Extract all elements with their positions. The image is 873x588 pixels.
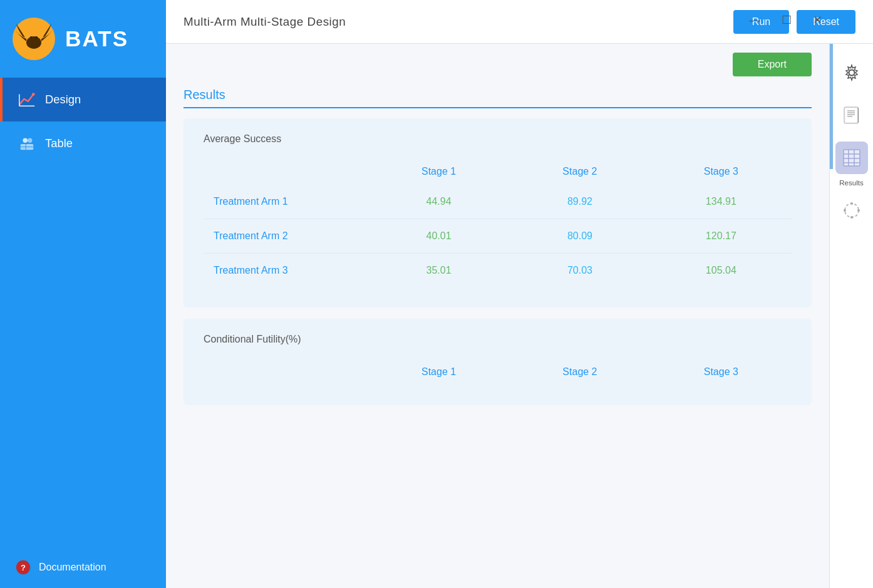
average-success-card: Average Success Stage 1 Stage 2 Stage 3	[183, 118, 812, 307]
design-icon	[18, 90, 36, 109]
arm2-label: Treatment Arm 2	[204, 219, 368, 254]
right-sidebar: Results	[829, 44, 873, 588]
svg-point-35	[857, 209, 860, 212]
sidebar-item-design[interactable]: Design	[0, 78, 166, 121]
arm1-stage1: 44.94	[368, 185, 509, 219]
svg-point-16	[849, 70, 854, 76]
conditional-futility-card: Conditional Futility(%) Stage 1 Stage 2 …	[183, 319, 812, 405]
results-title: Results	[183, 88, 812, 108]
minimize-button[interactable]: —	[745, 13, 764, 28]
content-area: Export Results Average Success Stage 1 S…	[166, 44, 829, 588]
app-name: BATS	[65, 26, 128, 51]
svg-text:?: ?	[21, 563, 26, 572]
arm3-label: Treatment Arm 3	[204, 254, 368, 288]
svg-point-10	[28, 138, 32, 143]
svg-point-36	[850, 216, 853, 219]
svg-point-1	[26, 36, 41, 49]
table-row: Treatment Arm 3 35.01 70.03 105.04	[204, 254, 792, 288]
arm2-stage2: 80.09	[509, 219, 650, 254]
svg-point-5	[36, 37, 38, 39]
page-title: Multi-Arm Multi-Stage Design	[183, 15, 346, 29]
document-icon-btn[interactable]	[835, 99, 868, 132]
maximize-button[interactable]: ☐	[778, 13, 795, 28]
table-icon	[18, 134, 36, 153]
arm3-stage3: 105.04	[651, 254, 792, 288]
conditional-futility-table: Stage 1 Stage 2 Stage 3	[204, 359, 792, 385]
svg-rect-22	[845, 108, 857, 122]
documentation-link[interactable]: ? Documentation	[0, 547, 166, 588]
documentation-label: Documentation	[39, 562, 106, 573]
sidebar-item-table[interactable]: Table	[0, 121, 166, 165]
main-nav: Design Table	[0, 78, 166, 547]
svg-point-9	[23, 138, 27, 143]
arm1-stage3: 134.91	[651, 185, 792, 219]
arm1-stage2: 89.92	[509, 185, 650, 219]
main-content: Multi-Arm Multi-Stage Design Run Reset —…	[166, 0, 873, 588]
arm1-label: Treatment Arm 1	[204, 185, 368, 219]
arm2-stage3: 120.17	[651, 219, 792, 254]
col-header-stage3: Stage 3	[651, 158, 792, 185]
logo-icon	[13, 18, 55, 60]
table-label: Table	[45, 137, 73, 150]
titlebar: Multi-Arm Multi-Stage Design Run Reset —…	[166, 0, 873, 44]
arm2-stage1: 40.01	[368, 219, 509, 254]
svg-rect-27	[844, 150, 860, 166]
table-row: Treatment Arm 2 40.01 80.09 120.17	[204, 219, 792, 254]
sidebar: BATS Design	[0, 0, 166, 588]
average-success-title: Average Success	[204, 133, 792, 145]
design-label: Design	[45, 93, 81, 106]
close-button[interactable]: ✕	[809, 13, 826, 28]
settings-icon-btn[interactable]	[835, 56, 868, 89]
arm3-stage1: 35.01	[368, 254, 509, 288]
col-header-stage1: Stage 1	[368, 158, 509, 185]
cf-col-header-empty	[204, 359, 368, 385]
results-icon-label: Results	[839, 179, 863, 187]
svg-point-33	[845, 204, 859, 217]
results-icon-btn[interactable]	[835, 142, 868, 174]
export-button[interactable]: Export	[733, 53, 812, 76]
conditional-futility-title: Conditional Futility(%)	[204, 334, 792, 345]
cf-col-header-stage1: Stage 1	[368, 359, 509, 385]
cf-col-header-stage2: Stage 2	[509, 359, 650, 385]
cf-col-header-stage3: Stage 3	[651, 359, 792, 385]
svg-point-34	[850, 202, 853, 205]
svg-point-37	[844, 209, 846, 212]
logo-area: BATS	[0, 0, 166, 78]
average-success-table: Stage 1 Stage 2 Stage 3 Treatment Arm 1 …	[204, 158, 792, 287]
arm3-stage2: 70.03	[509, 254, 650, 288]
svg-point-6	[32, 93, 35, 96]
table-row: Treatment Arm 1 44.94 89.92 134.91	[204, 185, 792, 219]
col-header-empty	[204, 158, 368, 185]
svg-point-4	[31, 37, 33, 39]
results-section: Results Average Success Stage 1 Stage 2 …	[166, 76, 829, 588]
content-header: Export	[166, 44, 829, 76]
spinner-icon-btn[interactable]	[835, 194, 868, 227]
col-header-stage2: Stage 2	[509, 158, 650, 185]
